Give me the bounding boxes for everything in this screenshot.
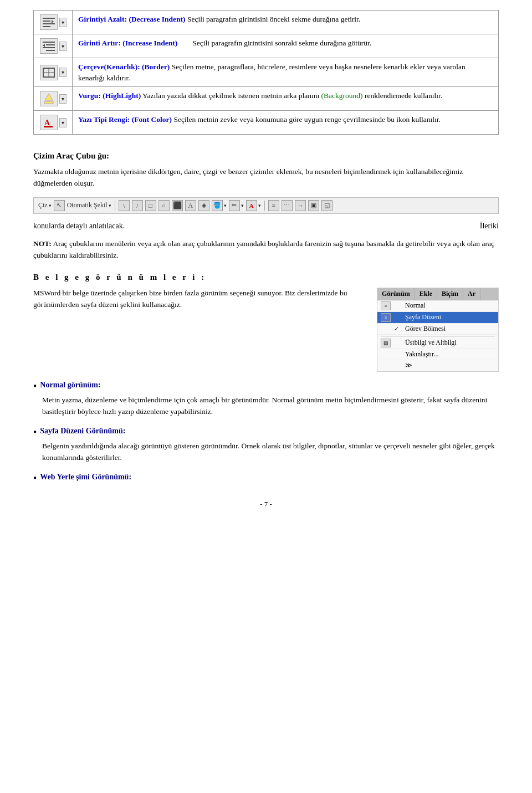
ileriki-label: İleriki xyxy=(480,222,499,231)
table-row: ▾ Vurgu: (HighLight) Yazılan yazıda dikk… xyxy=(34,87,499,111)
dash-style-tool[interactable]: ⋯ xyxy=(282,200,293,211)
indent-increase-desc: Girinti Artır: (Increase Indent) Seçili … xyxy=(73,34,499,58)
indent-increase-spacer xyxy=(180,39,191,47)
border-label: Çerçeve(Kenarlık): (Border) xyxy=(78,63,170,71)
bullet-heading-normal: Normal görünüm: xyxy=(40,381,100,389)
arrow-style-tool[interactable]: → xyxy=(295,200,306,211)
line-icon: \ xyxy=(119,200,130,211)
fill-icon: 🪣 xyxy=(212,200,223,211)
table-row: A ▾ Yazı Tipi Rengi: (Font Color) Seçile… xyxy=(34,111,499,135)
highlight-label: Vurgu: (HighLight) xyxy=(78,91,141,100)
menu-check-more xyxy=(394,362,402,369)
bullet-text-normal: Metin yazma, düzenleme ve biçimlendirme … xyxy=(42,395,499,418)
indent-decrease-icon-group: ▾ xyxy=(39,14,66,30)
fontcolor-desc: Yazı Tipi Rengi: (Font Color) Seçilen me… xyxy=(73,111,499,135)
toolbar-separator-2 xyxy=(264,201,265,211)
indent-increase-icon-group: ▾ xyxy=(39,38,66,54)
highlight-dropdown[interactable]: ▾ xyxy=(59,94,66,104)
fontcolor-text: Seçilen metnin zevke veya konumuna göre … xyxy=(173,115,440,124)
menu-label-sayfa: Şayfa Düzeni xyxy=(405,313,495,321)
menu-label-normal: Normal xyxy=(405,301,495,310)
svg-rect-0 xyxy=(43,18,55,19)
svg-rect-2 xyxy=(43,23,55,24)
svg-text:A: A xyxy=(44,119,50,127)
menu-item-ustbilgi[interactable]: ▤ Üstbilgi ve Altbilgi xyxy=(377,337,498,349)
menu-header-gorunum: Görünüm xyxy=(377,288,415,300)
svg-rect-16 xyxy=(44,126,53,127)
oval-icon: ○ xyxy=(158,200,170,211)
indent-decrease-icon xyxy=(40,14,58,30)
menu-label-gorev: Görev Bölmesi xyxy=(405,325,495,333)
bullet-section-sayfa: • Sayfa Düzeni Görünümü: Belgenin yazdır… xyxy=(33,427,499,464)
fill-tool[interactable]: 🪣▾ xyxy=(212,200,227,211)
bullet-content-sayfa: Sayfa Düzeni Görünümü: xyxy=(40,427,125,436)
bullet-dot-normal: • xyxy=(33,381,37,391)
line-style-icon: ≡ xyxy=(268,200,279,211)
ciz-menu[interactable]: Çiz ▾ xyxy=(38,201,52,209)
menu-header-bicim: Biçim xyxy=(437,288,463,300)
line-style-tool[interactable]: ≡ xyxy=(268,200,279,211)
belge-section: MSWord bir belge üzerinde çalışırken biz… xyxy=(33,288,499,372)
indent-increase-icon-cell: ▾ xyxy=(34,34,73,58)
wordart-tool[interactable]: A xyxy=(185,200,196,211)
svg-rect-5 xyxy=(43,42,55,43)
border-icon-cell: ▾ xyxy=(34,58,73,87)
belge-heading: B e l g e g ö r ü n ü m l e r i : xyxy=(33,273,499,282)
rect-tool[interactable]: □ xyxy=(145,200,156,211)
line-color-tool[interactable]: ✏▾ xyxy=(229,200,244,211)
indent-increase-text: Seçili paragrafın girintisini sonraki se… xyxy=(192,39,371,47)
menu-spacer-more xyxy=(381,361,391,370)
line-tool[interactable]: \ xyxy=(119,200,130,211)
shadow-tool[interactable]: ▣ xyxy=(308,200,319,211)
menu-check-ustbilgi xyxy=(394,340,402,346)
svg-marker-9 xyxy=(43,44,45,47)
bullet-section-web: • Web Yerle şimi Görünümü: xyxy=(33,473,499,483)
menu-check-normal xyxy=(394,303,402,309)
wordart-icon: A xyxy=(185,200,196,211)
menu-item-yakin[interactable]: Yakınlaştır... xyxy=(377,349,498,360)
bullet-content-normal: Normal görünüm: xyxy=(40,381,100,390)
clip-icon: ◈ xyxy=(198,200,209,211)
bullet-heading-sayfa: Sayfa Düzeni Görünümü: xyxy=(40,427,125,435)
rect-icon: □ xyxy=(145,200,156,211)
highlight-icon-cell: ▾ xyxy=(34,87,73,111)
bullet-row-sayfa: • Sayfa Düzeni Görünümü: xyxy=(33,427,499,437)
svg-rect-7 xyxy=(43,47,55,48)
bullet-row-web: • Web Yerle şimi Görünümü: xyxy=(33,473,499,483)
font-color-icon2: A xyxy=(246,200,257,211)
menu-label-ustbilgi: Üstbilgi ve Altbilgi xyxy=(405,339,495,347)
drawing-toolbar: Çiz ▾ ↖ Otomatik Şekil ▾ \ / □ ○ ⬛ A ◈ 🪣… xyxy=(33,197,499,214)
menu-label-yakin: Yakınlaştır... xyxy=(405,350,495,359)
bullet-heading-web: Web Yerle şimi Görünümü: xyxy=(40,473,131,481)
border-dropdown[interactable]: ▾ xyxy=(59,68,66,77)
page: ▾ Girintiyi Azalt: (Decrease Indent) Seç… xyxy=(0,0,532,793)
menu-item-sayfa[interactable]: ≡ Şayfa Düzeni xyxy=(377,312,498,324)
menu-item-more[interactable]: ≫ xyxy=(377,360,498,371)
fontcolor-label: Yazı Tipi Rengi: (Font Color) xyxy=(78,115,172,124)
oval-tool[interactable]: ○ xyxy=(158,200,170,211)
indent-increase-dropdown[interactable]: ▾ xyxy=(59,42,66,51)
bullet-section-normal: • Normal görünüm: Metin yazma, düzenleme… xyxy=(33,381,499,418)
menu-check-sayfa xyxy=(394,314,402,321)
textbox-tool[interactable]: ⬛ xyxy=(172,200,183,211)
3d-tool[interactable]: ◱ xyxy=(321,200,332,211)
menu-item-normal[interactable]: ≡ Normal xyxy=(377,300,498,312)
otomatik-sekil[interactable]: Otomatik Şekil ▾ xyxy=(67,201,111,209)
dash-style-icon: ⋯ xyxy=(282,200,293,211)
shadow-icon: ▣ xyxy=(308,200,319,211)
font-color-tool2[interactable]: A▾ xyxy=(246,200,261,211)
indent-decrease-dropdown[interactable]: ▾ xyxy=(59,18,66,27)
not-block: NOT: Araç çubuklarını menülerin veya açı… xyxy=(33,238,499,262)
fontcolor-icon-cell: A ▾ xyxy=(34,111,73,135)
svg-rect-3 xyxy=(43,26,50,27)
menu-item-gorev[interactable]: ✓ Görev Bölmesi xyxy=(377,324,498,335)
menu-header: Görünüm Ekle Biçim Ar xyxy=(377,288,498,300)
fontcolor-dropdown[interactable]: ▾ xyxy=(59,118,66,127)
highlight-desc: Vurgu: (HighLight) Yazılan yazıda dikkat… xyxy=(73,87,499,111)
arrow-tool[interactable]: / xyxy=(132,200,143,211)
highlight-icon xyxy=(40,91,58,106)
menu-icon-ustbilgi: ▤ xyxy=(381,339,391,347)
highlight-text1: Yazılan yazıda dikkat çekilmek istenen m… xyxy=(142,91,321,100)
cursor-tool[interactable]: ↖ xyxy=(54,200,65,211)
clip-tool[interactable]: ◈ xyxy=(198,200,209,211)
